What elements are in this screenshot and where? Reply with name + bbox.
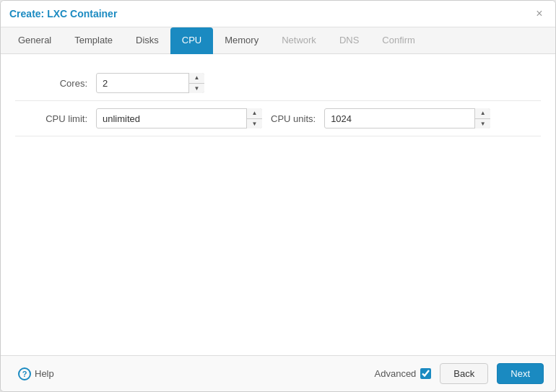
cpu-units-up-arrow[interactable]: ▲ xyxy=(475,108,490,119)
dialog-title: Create: LXC Container xyxy=(9,8,117,19)
tab-dns[interactable]: DNS xyxy=(328,27,370,54)
tab-general[interactable]: General xyxy=(6,27,63,54)
footer-right: Advanced Back Next xyxy=(375,363,544,384)
cpu-units-input[interactable] xyxy=(324,108,490,129)
cpu-units-label: CPU units: xyxy=(271,113,316,124)
tab-bar: General Template Disks CPU Memory Networ… xyxy=(1,27,555,54)
cpu-limit-down-arrow[interactable]: ▼ xyxy=(247,119,262,129)
cpu-limit-arrows: ▲ ▼ xyxy=(246,108,262,129)
cpu-units-spinner: ▲ ▼ xyxy=(324,108,490,129)
cores-label: Cores: xyxy=(15,78,87,89)
tab-confirm[interactable]: Confirm xyxy=(370,27,427,54)
close-button[interactable]: × xyxy=(532,6,547,21)
next-button[interactable]: Next xyxy=(497,363,544,384)
cpu-limit-spinner: ▲ ▼ xyxy=(96,108,262,129)
tab-template[interactable]: Template xyxy=(63,27,124,54)
footer-left: ? Help xyxy=(12,365,60,383)
cores-row: Cores: ▲ ▼ xyxy=(15,66,541,101)
cpu-limit-up-arrow[interactable]: ▲ xyxy=(247,108,262,119)
cpu-units-section: CPU units: ▲ ▼ xyxy=(271,108,541,129)
dialog-footer: ? Help Advanced Back Next xyxy=(1,355,555,391)
cpu-limit-input[interactable] xyxy=(96,108,262,129)
dialog-header: Create: LXC Container × xyxy=(1,1,555,27)
help-button[interactable]: ? Help xyxy=(12,365,60,383)
cpu-limit-row: CPU limit: ▲ ▼ CPU units: ▲ ▼ xyxy=(15,101,541,136)
dialog-body: Cores: ▲ ▼ CPU limit: ▲ ▼ CPU units: xyxy=(1,54,555,355)
cores-up-arrow[interactable]: ▲ xyxy=(189,73,204,84)
cores-arrows: ▲ ▼ xyxy=(188,73,204,93)
tab-cpu[interactable]: CPU xyxy=(170,27,213,54)
cores-down-arrow[interactable]: ▼ xyxy=(189,84,204,94)
advanced-label: Advanced xyxy=(375,368,417,379)
advanced-checkbox[interactable] xyxy=(420,368,431,379)
help-icon: ? xyxy=(18,367,31,380)
tab-disks[interactable]: Disks xyxy=(124,27,170,54)
cores-spinner: ▲ ▼ xyxy=(96,73,204,93)
back-button[interactable]: Back xyxy=(440,363,488,384)
advanced-container: Advanced xyxy=(375,368,432,379)
tab-network[interactable]: Network xyxy=(270,27,328,54)
help-label: Help xyxy=(35,368,54,379)
cpu-units-down-arrow[interactable]: ▼ xyxy=(475,119,490,129)
cpu-units-arrows: ▲ ▼ xyxy=(474,108,490,129)
create-lxc-dialog: Create: LXC Container × General Template… xyxy=(0,0,556,392)
cpu-limit-label: CPU limit: xyxy=(15,113,87,124)
tab-memory[interactable]: Memory xyxy=(213,27,270,54)
